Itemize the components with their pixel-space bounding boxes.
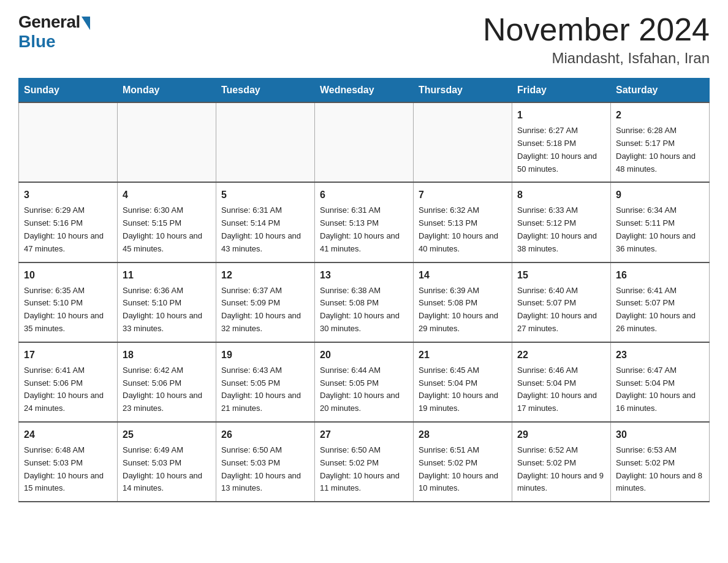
day-number: 4: [123, 188, 211, 202]
day-info: Sunrise: 6:41 AMSunset: 5:07 PMDaylight:…: [616, 285, 704, 335]
day-info: Sunrise: 6:38 AMSunset: 5:08 PMDaylight:…: [320, 285, 408, 335]
day-info: Sunrise: 6:35 AMSunset: 5:10 PMDaylight:…: [24, 285, 112, 335]
calendar-cell: 13Sunrise: 6:38 AMSunset: 5:08 PMDayligh…: [315, 262, 414, 342]
day-number: 30: [616, 427, 704, 442]
calendar-cell: 25Sunrise: 6:49 AMSunset: 5:03 PMDayligh…: [118, 422, 216, 502]
calendar-cell: 8Sunrise: 6:33 AMSunset: 5:12 PMDaylight…: [512, 182, 611, 262]
calendar-table: SundayMondayTuesdayWednesdayThursdayFrid…: [18, 78, 710, 502]
weekday-header-wednesday: Wednesday: [315, 79, 414, 103]
calendar-cell: 6Sunrise: 6:31 AMSunset: 5:13 PMDaylight…: [315, 182, 414, 262]
day-info: Sunrise: 6:53 AMSunset: 5:02 PMDaylight:…: [616, 444, 704, 495]
day-info: Sunrise: 6:49 AMSunset: 5:03 PMDaylight:…: [123, 444, 211, 495]
title-area: November 2024 Miandasht, Isfahan, Iran: [483, 12, 710, 67]
day-info: Sunrise: 6:50 AMSunset: 5:03 PMDaylight:…: [221, 444, 309, 495]
calendar-cell: [19, 102, 118, 182]
calendar-cell: 5Sunrise: 6:31 AMSunset: 5:14 PMDaylight…: [216, 182, 315, 262]
calendar-cell: [216, 102, 315, 182]
day-number: 20: [320, 348, 408, 362]
calendar-cell: 18Sunrise: 6:42 AMSunset: 5:06 PMDayligh…: [118, 342, 216, 422]
day-number: 13: [320, 268, 408, 283]
day-number: 27: [320, 427, 408, 442]
day-info: Sunrise: 6:28 AMSunset: 5:17 PMDaylight:…: [616, 124, 704, 175]
logo-blue-text: Blue: [18, 32, 56, 52]
day-number: 8: [517, 188, 605, 202]
calendar-week-row: 17Sunrise: 6:41 AMSunset: 5:06 PMDayligh…: [19, 342, 710, 422]
calendar-header-row: SundayMondayTuesdayWednesdayThursdayFrid…: [19, 79, 710, 103]
calendar-week-row: 1Sunrise: 6:27 AMSunset: 5:18 PMDaylight…: [19, 102, 710, 182]
day-number: 18: [123, 348, 211, 362]
calendar-cell: 1Sunrise: 6:27 AMSunset: 5:18 PMDaylight…: [512, 102, 611, 182]
calendar-cell: 30Sunrise: 6:53 AMSunset: 5:02 PMDayligh…: [611, 422, 710, 502]
day-info: Sunrise: 6:33 AMSunset: 5:12 PMDaylight:…: [517, 204, 605, 255]
day-number: 14: [419, 268, 507, 283]
calendar-cell: 21Sunrise: 6:45 AMSunset: 5:04 PMDayligh…: [414, 342, 512, 422]
day-info: Sunrise: 6:45 AMSunset: 5:04 PMDaylight:…: [419, 364, 507, 415]
calendar-cell: [118, 102, 216, 182]
calendar-cell: 3Sunrise: 6:29 AMSunset: 5:16 PMDaylight…: [19, 182, 118, 262]
day-info: Sunrise: 6:47 AMSunset: 5:04 PMDaylight:…: [616, 364, 704, 415]
day-info: Sunrise: 6:31 AMSunset: 5:13 PMDaylight:…: [320, 204, 408, 255]
day-info: Sunrise: 6:50 AMSunset: 5:02 PMDaylight:…: [320, 444, 408, 495]
calendar-cell: 17Sunrise: 6:41 AMSunset: 5:06 PMDayligh…: [19, 342, 118, 422]
day-number: 7: [419, 188, 507, 202]
calendar-cell: 29Sunrise: 6:52 AMSunset: 5:02 PMDayligh…: [512, 422, 611, 502]
day-number: 21: [419, 348, 507, 362]
day-info: Sunrise: 6:43 AMSunset: 5:05 PMDaylight:…: [221, 364, 309, 415]
day-info: Sunrise: 6:42 AMSunset: 5:06 PMDaylight:…: [123, 364, 211, 415]
day-number: 19: [221, 348, 309, 362]
day-info: Sunrise: 6:27 AMSunset: 5:18 PMDaylight:…: [517, 124, 605, 175]
day-info: Sunrise: 6:48 AMSunset: 5:03 PMDaylight:…: [24, 444, 112, 495]
weekday-header-thursday: Thursday: [414, 79, 512, 103]
day-number: 9: [616, 188, 704, 202]
calendar-cell: 28Sunrise: 6:51 AMSunset: 5:02 PMDayligh…: [414, 422, 512, 502]
calendar-cell: 24Sunrise: 6:48 AMSunset: 5:03 PMDayligh…: [19, 422, 118, 502]
calendar-cell: 20Sunrise: 6:44 AMSunset: 5:05 PMDayligh…: [315, 342, 414, 422]
day-number: 17: [24, 348, 112, 362]
month-title: November 2024: [483, 12, 710, 47]
calendar-cell: 2Sunrise: 6:28 AMSunset: 5:17 PMDaylight…: [611, 102, 710, 182]
day-info: Sunrise: 6:30 AMSunset: 5:15 PMDaylight:…: [123, 204, 211, 255]
weekday-header-sunday: Sunday: [19, 79, 118, 103]
logo: General Blue: [18, 12, 90, 52]
calendar-week-row: 24Sunrise: 6:48 AMSunset: 5:03 PMDayligh…: [19, 422, 710, 502]
calendar-week-row: 3Sunrise: 6:29 AMSunset: 5:16 PMDaylight…: [19, 182, 710, 262]
calendar-cell: 10Sunrise: 6:35 AMSunset: 5:10 PMDayligh…: [19, 262, 118, 342]
day-info: Sunrise: 6:41 AMSunset: 5:06 PMDaylight:…: [24, 364, 112, 415]
weekday-header-tuesday: Tuesday: [216, 79, 315, 103]
day-number: 29: [517, 427, 605, 442]
page-header: General Blue November 2024 Miandasht, Is…: [18, 12, 710, 67]
day-number: 2: [616, 108, 704, 123]
day-number: 12: [221, 268, 309, 283]
day-number: 10: [24, 268, 112, 283]
day-info: Sunrise: 6:36 AMSunset: 5:10 PMDaylight:…: [123, 285, 211, 335]
calendar-cell: 11Sunrise: 6:36 AMSunset: 5:10 PMDayligh…: [118, 262, 216, 342]
calendar-cell: 23Sunrise: 6:47 AMSunset: 5:04 PMDayligh…: [611, 342, 710, 422]
day-info: Sunrise: 6:34 AMSunset: 5:11 PMDaylight:…: [616, 204, 704, 255]
calendar-cell: 14Sunrise: 6:39 AMSunset: 5:08 PMDayligh…: [414, 262, 512, 342]
day-info: Sunrise: 6:39 AMSunset: 5:08 PMDaylight:…: [419, 285, 507, 335]
logo-general-text: General: [18, 12, 80, 32]
calendar-cell: [414, 102, 512, 182]
calendar-cell: 22Sunrise: 6:46 AMSunset: 5:04 PMDayligh…: [512, 342, 611, 422]
day-number: 23: [616, 348, 704, 362]
calendar-cell: 4Sunrise: 6:30 AMSunset: 5:15 PMDaylight…: [118, 182, 216, 262]
day-info: Sunrise: 6:29 AMSunset: 5:16 PMDaylight:…: [24, 204, 112, 255]
weekday-header-monday: Monday: [118, 79, 216, 103]
day-info: Sunrise: 6:51 AMSunset: 5:02 PMDaylight:…: [419, 444, 507, 495]
day-number: 16: [616, 268, 704, 283]
calendar-cell: 7Sunrise: 6:32 AMSunset: 5:13 PMDaylight…: [414, 182, 512, 262]
calendar-cell: 27Sunrise: 6:50 AMSunset: 5:02 PMDayligh…: [315, 422, 414, 502]
day-number: 3: [24, 188, 112, 202]
weekday-header-saturday: Saturday: [611, 79, 710, 103]
day-info: Sunrise: 6:31 AMSunset: 5:14 PMDaylight:…: [221, 204, 309, 255]
day-info: Sunrise: 6:32 AMSunset: 5:13 PMDaylight:…: [419, 204, 507, 255]
calendar-cell: 9Sunrise: 6:34 AMSunset: 5:11 PMDaylight…: [611, 182, 710, 262]
logo-arrow-icon: [82, 17, 90, 30]
calendar-cell: 16Sunrise: 6:41 AMSunset: 5:07 PMDayligh…: [611, 262, 710, 342]
day-info: Sunrise: 6:46 AMSunset: 5:04 PMDaylight:…: [517, 364, 605, 415]
calendar-week-row: 10Sunrise: 6:35 AMSunset: 5:10 PMDayligh…: [19, 262, 710, 342]
day-info: Sunrise: 6:44 AMSunset: 5:05 PMDaylight:…: [320, 364, 408, 415]
calendar-cell: 15Sunrise: 6:40 AMSunset: 5:07 PMDayligh…: [512, 262, 611, 342]
calendar-cell: 12Sunrise: 6:37 AMSunset: 5:09 PMDayligh…: [216, 262, 315, 342]
day-number: 1: [517, 108, 605, 123]
